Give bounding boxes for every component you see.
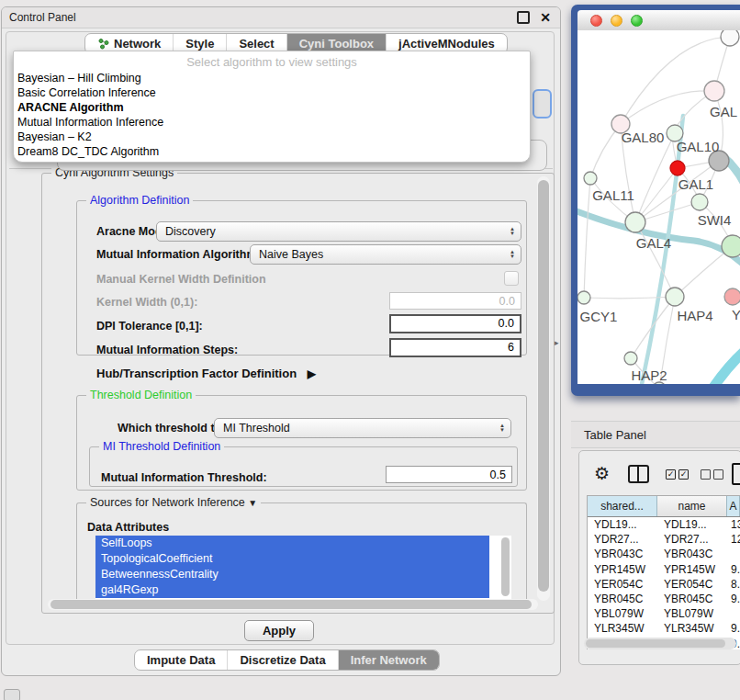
dropdown-item[interactable]: Basic Correlation Inference [14, 85, 530, 100]
attribute-list-item[interactable]: SelfLoops [95, 536, 489, 551]
network-node-label: GAL10 [677, 139, 720, 154]
control-panel-titlebar: Control Panel ✕ [2, 7, 560, 28]
window-grip-icon[interactable] [4, 689, 20, 700]
sources-group-title: Sources for Network Inference ▼ [86, 496, 261, 509]
control-panel-title: Control Panel [9, 11, 76, 24]
dropdown-item[interactable]: Bayesian – K2 [14, 130, 530, 144]
table-cell: 12 [727, 532, 740, 547]
mi-threshold-field[interactable]: 0.5 [386, 466, 512, 483]
dpi-tolerance-field[interactable]: 0.0 [389, 314, 521, 333]
network-node-GAL4[interactable] [625, 212, 645, 232]
network-node-GAL10-red[interactable] [670, 161, 685, 175]
mi-algorithm-type-combo[interactable]: Naive Bayes ▲▼ [250, 244, 521, 265]
control-panel-window: Control Panel ✕ NetworkStyleSelectCyni T… [2, 7, 560, 675]
data-attributes-list[interactable]: SelfLoopsTopologicalCoefficientBetweenne… [95, 536, 511, 600]
dropdown-item[interactable]: Dream8 DC_TDC Algorithm [14, 144, 530, 159]
table-row[interactable]: YER054CYER054C8. [588, 577, 740, 592]
panel-resize-arrow-icon[interactable]: ▸ [555, 338, 559, 347]
mi-threshold-label: Mutual Information Threshold: [101, 471, 267, 484]
table-row[interactable]: YBR043CYBR043C [588, 547, 740, 561]
column-header[interactable]: shared... [588, 496, 657, 516]
attribute-list-item[interactable]: BetweennessCentrality [95, 567, 489, 582]
node-table[interactable]: shared...nameA YDL19...YDL19...13YDR27..… [587, 495, 740, 649]
close-traffic-light-icon[interactable] [590, 15, 602, 27]
settings-horizontal-scrollbar[interactable] [48, 599, 538, 610]
network-svg[interactable]: GALGAL80GAL10GAL1GAL11SWI4GAL4GCY1HAP4YH… [577, 30, 740, 384]
network-edge [584, 178, 590, 298]
new-table-icon[interactable] [732, 463, 740, 485]
which-threshold-combo[interactable]: MI Threshold ▲▼ [214, 418, 511, 438]
table-horizontal-scrollbar[interactable] [584, 638, 736, 649]
column-header[interactable]: A [727, 496, 740, 516]
attributes-scrollbar[interactable] [500, 536, 510, 598]
bottom-tab-discretize-data[interactable]: Discretize Data [228, 650, 338, 670]
which-threshold-value: MI Threshold [223, 422, 290, 435]
network-canvas[interactable]: GALGAL80GAL10GAL1GAL11SWI4GAL4GCY1HAP4YH… [577, 30, 740, 384]
table-cell: YDR27... [657, 532, 727, 547]
network-node-Y-pink[interactable] [724, 288, 740, 305]
aracne-mode-value: Discovery [165, 225, 216, 238]
network-node-HAP4[interactable] [666, 288, 684, 306]
attribute-list-item[interactable]: gal4RGexp [95, 582, 489, 598]
minimize-traffic-light-icon[interactable] [611, 15, 622, 27]
table-row[interactable]: YPR145WYPR145W9. [588, 562, 740, 577]
zoom-traffic-light-icon[interactable] [631, 15, 643, 27]
focused-combo-spinner[interactable] [533, 89, 552, 119]
kernel-width-field[interactable]: 0.0 [389, 292, 521, 310]
window-buttons: ✕ [517, 11, 551, 24]
table-row[interactable]: YDL19...YDL19...13 [588, 517, 740, 532]
gear-icon[interactable]: ⚙ [594, 465, 610, 483]
column-header[interactable]: name [657, 496, 727, 516]
table-cell: YLR345W [657, 621, 727, 636]
hub-definition-expander[interactable]: Hub/Transcription Factor Definition ▶ [96, 367, 316, 380]
network-node-top-partial[interactable] [721, 30, 739, 46]
network-node-GCY1[interactable] [577, 291, 590, 304]
attribute-list-item[interactable]: TopologicalCoefficient [95, 551, 489, 567]
table-row[interactable]: YBL079WYBL079W [588, 606, 740, 621]
network-window-titlebar [577, 10, 740, 31]
network-node-GAL1[interactable] [691, 194, 708, 210]
manual-kernel-width-checkbox[interactable] [504, 271, 519, 286]
network-icon [97, 38, 109, 50]
split-columns-icon[interactable] [628, 465, 649, 483]
apply-button[interactable]: Apply [244, 620, 314, 641]
network-node-label: GAL80 [622, 130, 665, 145]
select-all-checkboxes-icon[interactable]: ✓✓ [666, 469, 689, 480]
table-row[interactable]: YLR345WYLR345W9. [588, 621, 740, 636]
combo-arrows-icon: ▲▼ [499, 423, 505, 433]
table-cell [727, 547, 740, 561]
table-cell: YDR27... [588, 532, 657, 547]
network-node-label: Y [732, 307, 740, 322]
dropdown-item[interactable]: Mutual Information Inference [14, 115, 530, 130]
combo-arrows-icon: ▲▼ [510, 250, 515, 259]
table-cell: YPR145W [588, 562, 657, 577]
desktop: Control Panel ✕ NetworkStyleSelectCyni T… [0, 0, 740, 700]
bottom-tab-impute-data[interactable]: Impute Data [135, 650, 228, 670]
network-node-GAL11[interactable] [584, 172, 597, 185]
settings-vertical-scrollbar[interactable] [537, 176, 550, 601]
network-edge [712, 347, 740, 384]
table-row[interactable]: YDR27...YDR27...12 [588, 532, 740, 547]
kernel-width-label: Kernel Width (0,1): [96, 296, 197, 309]
network-node-label: GAL4 [636, 235, 671, 251]
network-node-label: GAL11 [592, 187, 634, 203]
algorithm-dropdown-placeholder: Select algorithm to view settings [14, 53, 530, 71]
network-node-pink-upper[interactable] [704, 81, 724, 101]
mi-steps-field[interactable]: 6 [389, 338, 521, 357]
aracne-mode-combo[interactable]: Discovery ▲▼ [156, 221, 521, 242]
bottom-tab-infer-network[interactable]: Infer Network [339, 650, 439, 670]
table-cell: YBL079W [588, 606, 657, 621]
dropdown-item[interactable]: Bayesian – Hill Climbing [14, 71, 530, 85]
network-node-SWI4[interactable] [722, 235, 740, 257]
mi-threshold-group-title: MI Threshold Definition [99, 440, 224, 453]
dropdown-item[interactable]: ARACNE Algorithm [14, 100, 530, 115]
deselect-all-checkboxes-icon[interactable] [701, 469, 723, 480]
bottom-tab-bar: Impute DataDiscretize DataInfer Network [134, 649, 440, 671]
network-node-HAP2[interactable] [624, 352, 637, 365]
table-cell: 9. [727, 621, 740, 636]
collapse-arrow-icon[interactable]: ▼ [248, 498, 257, 508]
table-row[interactable]: YBR045CYBR045C9. [588, 592, 740, 606]
mi-steps-label: Mutual Information Steps: [96, 344, 238, 356]
close-icon[interactable]: ✕ [540, 11, 551, 24]
float-window-icon[interactable] [517, 11, 530, 24]
